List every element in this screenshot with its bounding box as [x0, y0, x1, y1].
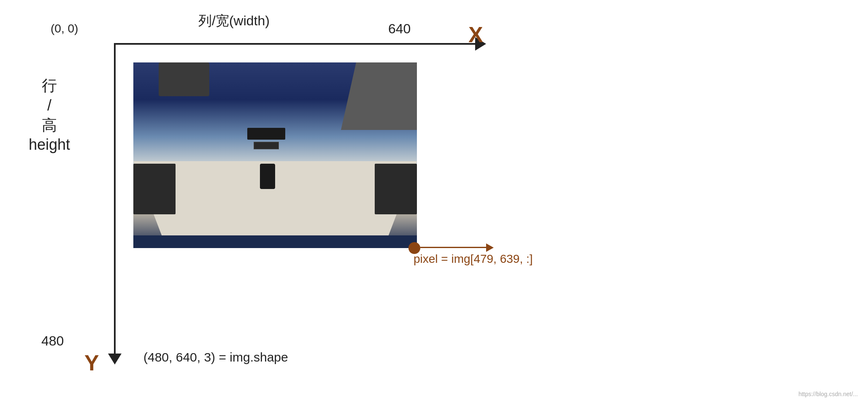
y-480-label: 480	[41, 333, 64, 349]
x-axis	[114, 43, 477, 45]
shape-label: (480, 640, 3) = img.shape	[143, 350, 288, 364]
pixel-label: pixel = img[479, 639, :]	[414, 252, 533, 266]
y-axis-label: Y	[84, 350, 99, 375]
width-label: 列/宽(width)	[198, 12, 270, 30]
chair	[341, 62, 417, 130]
x-640-label: 640	[388, 21, 411, 37]
robot-device	[159, 62, 209, 96]
left-box	[133, 164, 176, 214]
watermark: https://blog.csdn.net/...	[798, 391, 858, 397]
center-box-2	[254, 142, 279, 149]
image-display	[133, 62, 417, 248]
floor	[133, 235, 417, 248]
height-label: 行 / 高 height	[29, 76, 70, 155]
y-axis	[114, 43, 116, 355]
pixel-arrow	[420, 247, 488, 248]
x-axis-label: X	[468, 22, 483, 47]
diagram-container: (0, 0) X Y 列/宽(width) 640 480 行 / 高 heig…	[0, 0, 868, 405]
cylinder	[260, 164, 275, 189]
origin-label: (0, 0)	[51, 22, 78, 35]
right-box	[375, 164, 417, 214]
center-box	[247, 128, 285, 140]
